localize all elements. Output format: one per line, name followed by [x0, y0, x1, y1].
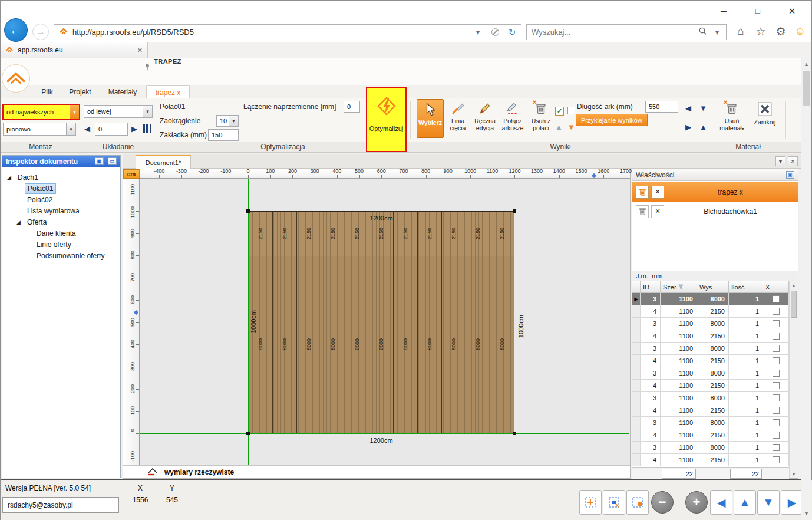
- document-close-icon[interactable]: ✕: [788, 156, 798, 166]
- header-szer[interactable]: Szer: [661, 281, 697, 293]
- row-checkbox[interactable]: [763, 355, 789, 367]
- checkbox[interactable]: [773, 419, 780, 426]
- alternate-join-input[interactable]: 0: [344, 101, 360, 113]
- row-checkbox[interactable]: [763, 404, 789, 417]
- row-checkbox[interactable]: [763, 392, 789, 404]
- move-up-icon[interactable]: ▲: [555, 123, 563, 131]
- row-checkbox[interactable]: [763, 442, 789, 454]
- tree-item-dane-klienta[interactable]: Dane klienta: [2, 228, 120, 239]
- footer-count-box[interactable]: 22: [662, 469, 696, 479]
- panel-strip[interactable]: 8000: [441, 256, 466, 433]
- tab-plik[interactable]: Plik: [34, 85, 60, 98]
- checkbox[interactable]: [773, 295, 780, 302]
- rounding-combo[interactable]: 10 ▾: [216, 115, 239, 127]
- zoom-window-button[interactable]: [603, 490, 625, 515]
- checkbox[interactable]: [773, 444, 780, 451]
- address-bar[interactable]: http://app.rsroofs.eu/pl/RSD5/RSD5 ▾ ↻: [54, 24, 521, 40]
- header-ilosc[interactable]: Ilość: [729, 281, 763, 293]
- material-row[interactable]: 4110021501: [632, 429, 789, 442]
- chevron-down-icon[interactable]: ▾: [70, 105, 79, 119]
- zoom-selection-button[interactable]: [626, 490, 649, 515]
- delete-material-icon[interactable]: [636, 205, 649, 218]
- tree-item-dach1[interactable]: ◢Dach1: [2, 172, 120, 183]
- optimize-button[interactable]: Optymalizuj: [366, 87, 407, 152]
- material-item-trapez[interactable]: ✕ trapez x: [632, 182, 798, 202]
- roof-surface[interactable]: 2150215021502150215021502150215021502150…: [248, 211, 514, 433]
- checkbox[interactable]: [773, 382, 780, 389]
- checkbox[interactable]: [773, 320, 780, 327]
- zoom-in-button[interactable]: +: [685, 491, 708, 514]
- checkbox[interactable]: [773, 456, 780, 463]
- chevron-down-icon[interactable]: ▾: [66, 123, 75, 135]
- inspector-collapse-button[interactable]: ▭: [108, 157, 117, 165]
- corner-handle[interactable]: [246, 209, 250, 213]
- shift-left-icon[interactable]: ◀: [84, 125, 90, 133]
- search-input[interactable]: [532, 28, 695, 37]
- properties-collapse-button[interactable]: ▣: [786, 171, 794, 179]
- nudge-up-icon[interactable]: ▲: [699, 123, 707, 131]
- chevron-down-icon[interactable]: ▾: [229, 116, 238, 126]
- panel-strip[interactable]: 8000: [369, 256, 393, 433]
- sheet-length-input[interactable]: 550: [645, 101, 678, 113]
- panel-strip[interactable]: 8000: [393, 256, 417, 433]
- scroll-up-icon[interactable]: ▲: [801, 60, 811, 69]
- nudge-down-icon[interactable]: ▼: [699, 104, 707, 112]
- tab-list-dropdown-icon[interactable]: ▼: [775, 156, 785, 166]
- tab-projekt[interactable]: Projekt: [61, 85, 99, 98]
- select-tool-button[interactable]: Wybierz: [417, 99, 444, 138]
- panel-strip[interactable]: 8000: [490, 256, 514, 433]
- material-row[interactable]: 4110021501: [632, 380, 789, 392]
- pan-down-button[interactable]: ▼: [757, 490, 780, 515]
- checkbox[interactable]: [773, 432, 780, 439]
- material-row[interactable]: 3110080001: [632, 367, 789, 380]
- close-panel-button[interactable]: Zamknij: [750, 99, 780, 138]
- tracking-protection-icon[interactable]: [488, 28, 501, 36]
- header-wys[interactable]: Wys: [697, 281, 729, 293]
- page-scrollbar[interactable]: ▲ ▼: [801, 58, 811, 519]
- tree-item-linie-oferty[interactable]: Linie oferty: [2, 239, 120, 250]
- scroll-down-icon[interactable]: ▼: [790, 470, 798, 478]
- checkbox[interactable]: [773, 370, 780, 377]
- search-box[interactable]: ▾: [526, 24, 727, 40]
- material-row[interactable]: 4110021501: [632, 355, 789, 367]
- cut-line-button[interactable]: Linia cięcia: [445, 99, 471, 138]
- pan-left-button[interactable]: ◀: [710, 490, 732, 515]
- material-row[interactable]: 4110021501: [632, 404, 789, 417]
- offset-input[interactable]: 0: [95, 123, 128, 136]
- row-checkbox[interactable]: [763, 454, 789, 466]
- nudge-right-icon[interactable]: ▶: [685, 123, 691, 131]
- zoom-out-button[interactable]: −: [651, 491, 674, 514]
- home-icon[interactable]: ⌂: [733, 25, 748, 38]
- manual-edit-button[interactable]: Ręczna edycja: [472, 99, 498, 138]
- material-row[interactable]: ▶3110080001: [632, 293, 789, 305]
- corner-handle[interactable]: [513, 432, 516, 435]
- back-button[interactable]: ←: [4, 18, 28, 42]
- row-checkbox[interactable]: [763, 330, 789, 343]
- pan-right-button[interactable]: ▶: [781, 490, 803, 515]
- checkbox[interactable]: [773, 394, 780, 401]
- material-row[interactable]: 3110080001: [632, 343, 789, 355]
- scrollbar-thumb[interactable]: [803, 71, 810, 106]
- panel-strip[interactable]: 8000: [466, 256, 490, 433]
- forward-button[interactable]: →: [32, 24, 49, 40]
- move-down-icon[interactable]: ▼: [567, 123, 575, 131]
- tab-materialy[interactable]: Materiały: [100, 85, 145, 98]
- checkbox[interactable]: [773, 345, 780, 352]
- row-checkbox[interactable]: [763, 305, 789, 318]
- footer-count-box[interactable]: 22: [730, 469, 762, 479]
- favorites-star-icon[interactable]: ☆: [753, 25, 768, 38]
- minimize-button[interactable]: ─: [715, 4, 732, 19]
- document-tab[interactable]: Document1*: [136, 155, 191, 169]
- url-text[interactable]: http://app.rsroofs.eu/pl/RSD5/RSD5: [72, 28, 467, 37]
- tab-trapez-x[interactable]: trapez x: [146, 85, 190, 98]
- expander-icon[interactable]: ◢: [16, 219, 25, 225]
- tree-item-lista-wymiarowa[interactable]: Lista wymiarowa: [2, 205, 120, 216]
- material-row[interactable]: 3110080001: [632, 442, 789, 454]
- snap-results-badge[interactable]: Przyklejanie wyników: [576, 114, 648, 126]
- pin-icon[interactable]: [144, 63, 151, 74]
- maximize-button[interactable]: □: [749, 4, 767, 19]
- remove-material-button[interactable]: ✕ Usuń materiał▾: [716, 99, 748, 138]
- row-checkbox[interactable]: [763, 293, 789, 305]
- corner-handle[interactable]: [246, 432, 250, 435]
- search-dropdown-icon[interactable]: ▾: [711, 28, 724, 37]
